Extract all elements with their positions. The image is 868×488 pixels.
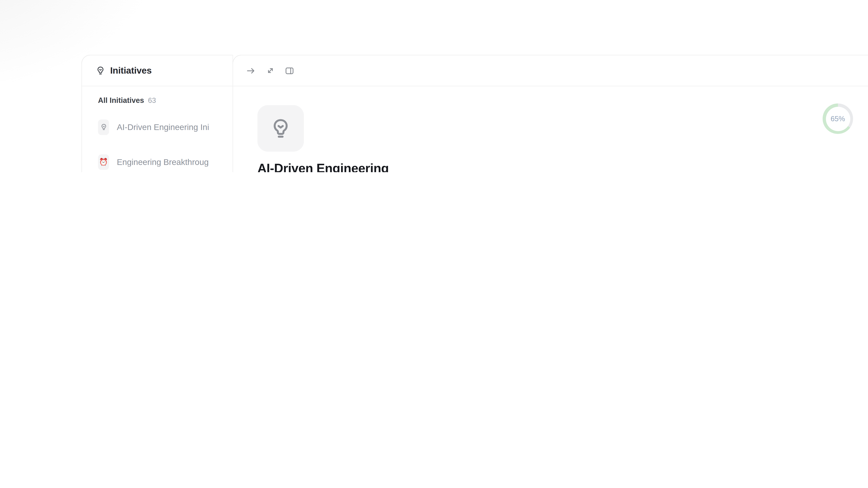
- lightbulb-icon: [270, 117, 292, 139]
- lightbulb-icon: [98, 119, 109, 135]
- arrow-right-icon: [246, 66, 256, 75]
- all-initiatives-row[interactable]: All Initiatives 63: [82, 91, 232, 109]
- completion-percent: 65%: [831, 115, 845, 123]
- list-item[interactable]: AI-Driven Engineering Ini: [82, 109, 232, 144]
- page-title[interactable]: AI-Driven Engineering: [257, 161, 868, 172]
- detail-content: AI-Driven Engineering Full product scree…: [233, 105, 868, 172]
- expand-icon: [266, 66, 275, 75]
- initiatives-count: 63: [148, 96, 156, 104]
- initiative-icon-card[interactable]: [257, 105, 304, 152]
- side-panel-button[interactable]: [282, 63, 297, 78]
- detail-toolbar: [233, 55, 868, 86]
- initiatives-list: All Initiatives 63 AI-Driven Engineering…: [82, 86, 232, 172]
- list-item-label: AI-Driven Engineering Ini: [117, 122, 232, 132]
- sidebar-title: Initiatives: [110, 65, 152, 76]
- app-window: Initiatives All Initiatives 63 AI-Driven…: [0, 0, 868, 172]
- completion-ring: 65%: [823, 103, 853, 134]
- sidebar-header: Initiatives: [82, 55, 232, 86]
- initiatives-sidebar: Initiatives All Initiatives 63 AI-Driven…: [82, 55, 233, 172]
- alarm-clock-emoji-icon: ⏰: [98, 154, 109, 169]
- initiative-detail-panel: 65% AI-Driven Engineering Full product s…: [232, 55, 868, 172]
- expand-button[interactable]: [263, 63, 278, 78]
- all-initiatives-label: All Initiatives: [98, 96, 144, 104]
- open-arrow-button[interactable]: [244, 63, 258, 78]
- list-item[interactable]: ⏰ Engineering Breakthroug: [82, 144, 232, 172]
- lightbulb-icon: [96, 66, 105, 75]
- side-panel-icon: [284, 66, 294, 75]
- list-item-label: Engineering Breakthroug: [117, 157, 232, 166]
